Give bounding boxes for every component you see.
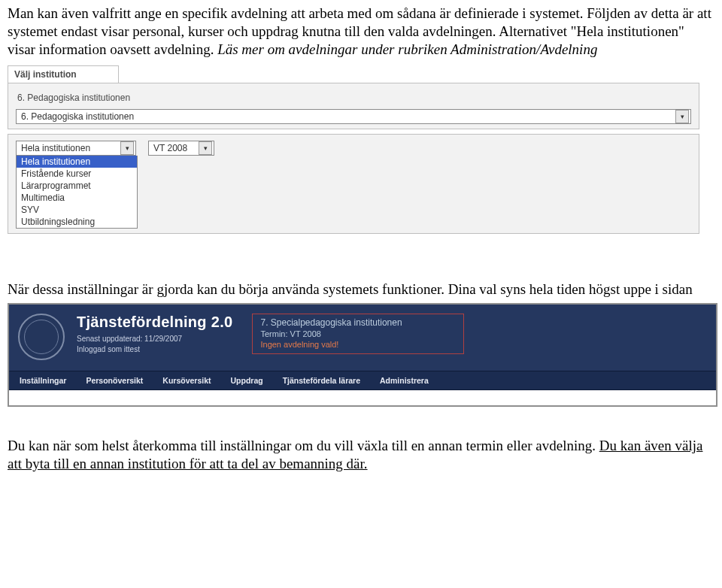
app-title: Tjänstefördelning 2.0 [77,314,232,331]
chevron-down-icon: ▾ [675,110,689,123]
list-item[interactable]: Fristående kurser [17,168,137,180]
menu-item-kursoversikt[interactable]: Kursöversikt [162,376,211,385]
institution-select-value: 6. Pedagogiska institutionen [21,111,134,122]
section-title: Välj institution [8,65,119,83]
list-item[interactable]: Lärarprogrammet [17,180,137,192]
title-block: Tjänstefördelning 2.0 Senast uppdaterad:… [77,314,232,355]
term-select-value: VT 2008 [153,143,187,153]
paragraph-3: Du kan när som helst återkomma till inst… [8,437,714,473]
filters-section: Hela institutionen ▾ Hela institutionen … [8,134,699,234]
institution-select[interactable]: 6. Pedagogiska institutionen ▾ [16,109,691,124]
menu-item-personoversikt[interactable]: Personöversikt [86,376,143,385]
list-item[interactable]: Multimedia [17,192,137,204]
main-menu: Inställningar Personöversikt Kursöversik… [9,371,716,390]
meta-updated: Senast uppdaterad: 11/29/2007 [77,334,232,344]
department-listbox[interactable]: Hela institutionen Fristående kurser Lär… [16,156,138,229]
menu-item-uppdrag[interactable]: Uppdrag [231,376,263,385]
menu-item-installningar[interactable]: Inställningar [20,376,66,385]
context-warning: Ingen avdelning vald! [260,340,456,349]
paragraph-1-italic: Läs mer om avdelningar under rubriken Ad… [217,41,597,57]
institution-section: 6. Pedagogiska institutionen 6. Pedagogi… [8,83,699,129]
chevron-down-icon: ▾ [199,141,212,155]
settings-panel: Välj institution 6. Pedagogiska institut… [8,65,699,234]
university-seal-icon [18,314,65,360]
list-item[interactable]: Hela institutionen [17,156,137,168]
app-header-panel: Tjänstefördelning 2.0 Senast uppdaterad:… [8,303,717,407]
department-select[interactable]: Hela institutionen ▾ [16,141,136,156]
context-institution: 7. Specialpedagogiska institutionen [260,317,456,328]
menu-item-tjanstefordela[interactable]: Tjänstefördela lärare [283,376,360,385]
meta-logged-in: Inloggad som ittest [77,344,232,355]
department-select-value: Hela institutionen [21,143,90,153]
paragraph-1: Man kan även valfritt ange en specifik a… [8,5,714,58]
step-label: 6. Pedagogiska institutionen [16,89,691,106]
context-info-box: 7. Specialpedagogiska institutionen Term… [252,314,464,354]
paragraph-2: När dessa inställningar är gjorda kan du… [8,280,714,299]
department-select-group: Hela institutionen ▾ Hela institutionen … [16,141,138,229]
context-term: Termin: VT 2008 [260,329,456,338]
menu-item-administrera[interactable]: Administrera [380,376,429,385]
paragraph-3a: Du kan när som helst återkomma till inst… [8,438,599,453]
chevron-down-icon: ▾ [120,141,134,155]
list-item[interactable]: Utbildningsledning [17,216,137,228]
list-item[interactable]: SYV [17,204,137,216]
term-select[interactable]: VT 2008 ▾ [148,141,214,156]
